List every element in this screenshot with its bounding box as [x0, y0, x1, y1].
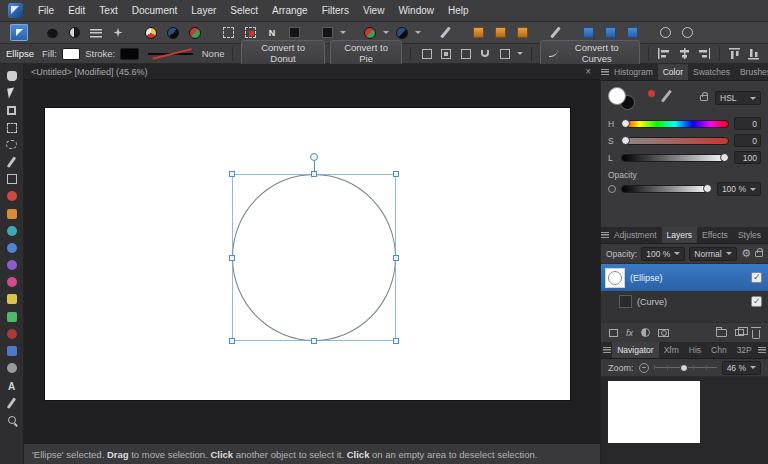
- lock-layer-icon[interactable]: [755, 251, 763, 257]
- resize-handle-top-right[interactable]: [393, 171, 399, 177]
- rotation-handle[interactable]: [310, 153, 318, 161]
- zoom-value-select[interactable]: 46 %: [722, 361, 761, 375]
- marquee-icon[interactable]: [219, 24, 237, 41]
- view-mode-icon[interactable]: [678, 24, 696, 41]
- tab-swatches[interactable]: Swatches: [688, 64, 735, 80]
- tab-effects[interactable]: Effects: [697, 227, 733, 243]
- dropdown-arrow-icon[interactable]: [415, 31, 421, 34]
- star-icon[interactable]: [109, 24, 127, 41]
- fill-swatch[interactable]: [62, 48, 80, 60]
- lock-icon[interactable]: [700, 95, 708, 101]
- page[interactable]: [45, 108, 570, 400]
- eyedropper-icon[interactable]: [661, 90, 672, 103]
- menu-edit[interactable]: Edit: [61, 0, 92, 21]
- saturation-slider[interactable]: [621, 137, 729, 145]
- align-top-icon[interactable]: [728, 46, 743, 61]
- close-document-icon[interactable]: ×: [583, 67, 593, 77]
- selection-brush-tool-icon[interactable]: [3, 155, 21, 169]
- mask-icon[interactable]: [658, 329, 669, 337]
- syringe-icon[interactable]: [436, 24, 454, 41]
- layer-row-ellipse[interactable]: (Ellipse): [601, 264, 768, 291]
- opacity-knob-icon[interactable]: [608, 185, 616, 193]
- smudge-brush-tool-icon[interactable]: [3, 258, 21, 272]
- text-tool-icon[interactable]: [3, 378, 21, 392]
- menu-window[interactable]: Window: [391, 0, 441, 21]
- layer-visibility-checkbox[interactable]: [751, 272, 762, 283]
- menu-text[interactable]: Text: [92, 0, 124, 21]
- align-bottom-icon[interactable]: [747, 46, 762, 61]
- red-eye-tool-icon[interactable]: [3, 189, 21, 203]
- red-blue-circle-icon[interactable]: [393, 24, 411, 41]
- active-colors[interactable]: [608, 87, 638, 113]
- adjustment-icon[interactable]: [641, 328, 650, 337]
- view-tool-icon[interactable]: [3, 69, 21, 83]
- tab-styles[interactable]: Styles: [733, 227, 766, 243]
- menu-view[interactable]: View: [356, 0, 392, 21]
- convert-to-donut-button[interactable]: Convert to Donut: [241, 40, 324, 67]
- persona-icon[interactable]: [10, 24, 28, 41]
- move-tool-icon[interactable]: [3, 86, 21, 100]
- tab-navigator[interactable]: Navigator: [612, 342, 658, 358]
- hue-slider[interactable]: [621, 120, 729, 128]
- resize-handle-top[interactable]: [311, 171, 317, 177]
- tab-histogram[interactable]: Histogram: [609, 64, 658, 80]
- color-dot-icon[interactable]: [648, 90, 655, 97]
- stroke-swatch[interactable]: [120, 48, 138, 60]
- group-layers-icon[interactable]: [716, 329, 727, 337]
- dodge-brush-tool-icon[interactable]: [3, 292, 21, 306]
- tool-options-icon[interactable]: [318, 24, 336, 41]
- resize-handle-bottom-left[interactable]: [229, 338, 235, 344]
- circle-icon[interactable]: [43, 24, 61, 41]
- layers-opacity-select[interactable]: 100 %: [641, 247, 685, 261]
- snap-grid-icon[interactable]: [419, 46, 434, 61]
- layer-thumbnail[interactable]: [619, 295, 632, 308]
- app-logo-icon[interactable]: [8, 3, 23, 18]
- fill-color-swatch[interactable]: [608, 87, 626, 105]
- snap-option-icon[interactable]: [513, 24, 531, 41]
- panel-menu-icon[interactable]: [601, 227, 609, 243]
- flood-select-tool-icon[interactable]: [3, 172, 21, 186]
- add-layer-icon[interactable]: [735, 329, 744, 336]
- snap-magnet-icon[interactable]: [478, 46, 493, 61]
- snap-options-icon[interactable]: [498, 46, 513, 61]
- dark-square-icon[interactable]: [285, 24, 303, 41]
- convert-to-curves-button[interactable]: Convert to Curves: [540, 40, 640, 67]
- tab-transform[interactable]: Xfm: [659, 342, 684, 358]
- burn-brush-tool-icon[interactable]: [3, 275, 21, 289]
- navigator-preview[interactable]: [601, 377, 768, 464]
- align-left-icon[interactable]: [657, 46, 672, 61]
- arrange-option-icon[interactable]: [623, 24, 641, 41]
- zoom-out-icon[interactable]: [639, 363, 649, 373]
- menu-arrange[interactable]: Arrange: [265, 0, 315, 21]
- tab-channels[interactable]: Chn: [706, 342, 732, 358]
- arrange-option-icon[interactable]: [579, 24, 597, 41]
- resize-handle-bottom-right[interactable]: [393, 338, 399, 344]
- zoom-slider[interactable]: [654, 363, 717, 372]
- selection-red-icon[interactable]: [241, 24, 259, 41]
- red-circle-icon[interactable]: [361, 24, 379, 41]
- snap-option-icon[interactable]: [491, 24, 509, 41]
- dropdown-arrow-icon[interactable]: [340, 31, 346, 34]
- tab-adjustment[interactable]: Adjustment: [609, 227, 662, 243]
- color-wheel-icon[interactable]: [142, 24, 160, 41]
- delete-layer-icon[interactable]: [752, 330, 760, 339]
- resize-handle-left[interactable]: [229, 255, 235, 261]
- tab-color[interactable]: Color: [658, 64, 688, 80]
- panel-menu-icon[interactable]: [601, 342, 612, 358]
- document-tab[interactable]: <Untitled> [Modified] (45.6%): [31, 67, 148, 77]
- resize-handle-bottom[interactable]: [311, 338, 317, 344]
- menu-help[interactable]: Help: [441, 0, 476, 21]
- snap-option-icon[interactable]: [469, 24, 487, 41]
- marquee-tool-icon[interactable]: [3, 121, 21, 135]
- align-center-icon[interactable]: [677, 46, 692, 61]
- menu-filters[interactable]: Filters: [315, 0, 356, 21]
- flood-fill-tool-icon[interactable]: [3, 310, 21, 324]
- layer-visibility-checkbox[interactable]: [751, 296, 762, 307]
- layer-effects-icon[interactable]: fx: [626, 328, 633, 338]
- panel-menu-icon[interactable]: [601, 64, 609, 80]
- menu-file[interactable]: File: [31, 0, 61, 21]
- tab-history[interactable]: His: [684, 342, 706, 358]
- layer-row-curve[interactable]: (Curve): [601, 291, 768, 312]
- tab-brushes[interactable]: Brushes: [735, 64, 768, 80]
- dropdown-arrow-icon[interactable]: [383, 31, 389, 34]
